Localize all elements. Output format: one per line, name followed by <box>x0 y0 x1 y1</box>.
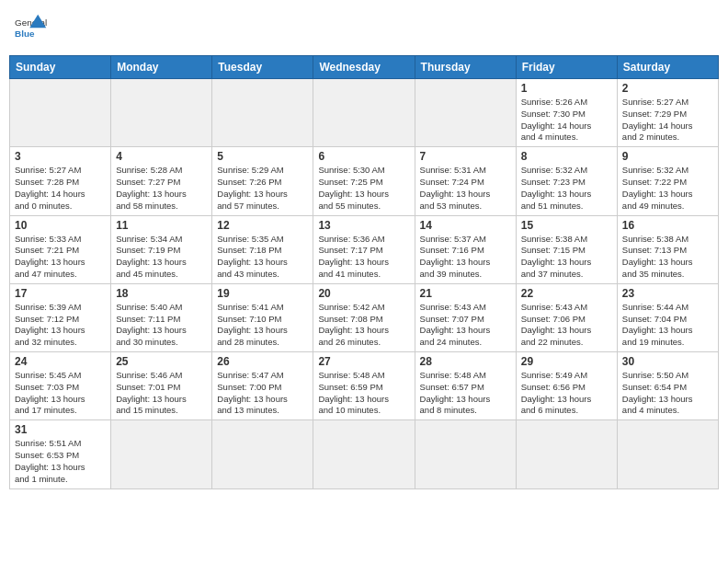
day-info: Sunrise: 5:35 AMSunset: 7:18 PMDaylight:… <box>217 234 308 281</box>
day-number: 7 <box>420 150 511 163</box>
day-number: 10 <box>15 219 106 232</box>
calendar-cell: 2Sunrise: 5:27 AMSunset: 7:29 PMDaylight… <box>617 79 718 147</box>
day-number: 29 <box>521 355 612 368</box>
day-info: Sunrise: 5:39 AMSunset: 7:12 PMDaylight:… <box>15 302 106 349</box>
day-info: Sunrise: 5:27 AMSunset: 7:29 PMDaylight:… <box>622 97 713 144</box>
day-number: 2 <box>622 82 713 95</box>
calendar-week-row: 31Sunrise: 5:51 AMSunset: 6:53 PMDayligh… <box>10 420 719 488</box>
calendar-cell: 6Sunrise: 5:30 AMSunset: 7:25 PMDaylight… <box>313 147 415 215</box>
calendar-week-row: 10Sunrise: 5:33 AMSunset: 7:21 PMDayligh… <box>10 215 719 283</box>
calendar-cell: 22Sunrise: 5:43 AMSunset: 7:06 PMDayligh… <box>516 283 617 351</box>
calendar-cell: 16Sunrise: 5:38 AMSunset: 7:13 PMDayligh… <box>617 215 718 283</box>
day-info: Sunrise: 5:31 AMSunset: 7:24 PMDaylight:… <box>420 165 511 212</box>
logo: General Blue <box>15 13 48 46</box>
calendar-cell: 12Sunrise: 5:35 AMSunset: 7:18 PMDayligh… <box>212 215 313 283</box>
calendar-cell: 26Sunrise: 5:47 AMSunset: 7:00 PMDayligh… <box>212 352 313 420</box>
day-number: 13 <box>318 219 409 232</box>
calendar-week-row: 24Sunrise: 5:45 AMSunset: 7:03 PMDayligh… <box>10 352 719 420</box>
day-info: Sunrise: 5:29 AMSunset: 7:26 PMDaylight:… <box>217 165 308 212</box>
day-info: Sunrise: 5:27 AMSunset: 7:28 PMDaylight:… <box>15 165 106 212</box>
day-info: Sunrise: 5:34 AMSunset: 7:19 PMDaylight:… <box>116 234 207 281</box>
day-number: 28 <box>420 355 511 368</box>
day-info: Sunrise: 5:38 AMSunset: 7:15 PMDaylight:… <box>521 234 612 281</box>
calendar-cell: 10Sunrise: 5:33 AMSunset: 7:21 PMDayligh… <box>10 215 111 283</box>
calendar-cell: 28Sunrise: 5:48 AMSunset: 6:57 PMDayligh… <box>415 352 516 420</box>
day-info: Sunrise: 5:49 AMSunset: 6:56 PMDaylight:… <box>521 370 612 417</box>
calendar-cell: 20Sunrise: 5:42 AMSunset: 7:08 PMDayligh… <box>313 283 415 351</box>
calendar-cell <box>212 79 313 147</box>
weekday-header: Saturday <box>617 56 718 79</box>
day-info: Sunrise: 5:47 AMSunset: 7:00 PMDaylight:… <box>217 370 308 417</box>
calendar-cell: 23Sunrise: 5:44 AMSunset: 7:04 PMDayligh… <box>617 283 718 351</box>
day-number: 26 <box>217 355 308 368</box>
day-number: 19 <box>217 287 308 300</box>
day-info: Sunrise: 5:44 AMSunset: 7:04 PMDaylight:… <box>622 302 713 349</box>
calendar-cell <box>617 420 718 488</box>
day-number: 3 <box>15 150 106 163</box>
calendar-week-row: 1Sunrise: 5:26 AMSunset: 7:30 PMDaylight… <box>10 79 719 147</box>
calendar-cell: 4Sunrise: 5:28 AMSunset: 7:27 PMDaylight… <box>111 147 212 215</box>
calendar-cell: 27Sunrise: 5:48 AMSunset: 6:59 PMDayligh… <box>313 352 415 420</box>
day-info: Sunrise: 5:30 AMSunset: 7:25 PMDaylight:… <box>318 165 409 212</box>
day-number: 25 <box>116 355 207 368</box>
day-number: 16 <box>622 219 713 232</box>
calendar-cell <box>111 79 212 147</box>
calendar-cell <box>212 420 313 488</box>
day-info: Sunrise: 5:33 AMSunset: 7:21 PMDaylight:… <box>15 234 106 281</box>
calendar-cell: 21Sunrise: 5:43 AMSunset: 7:07 PMDayligh… <box>415 283 516 351</box>
calendar-cell: 9Sunrise: 5:32 AMSunset: 7:22 PMDaylight… <box>617 147 718 215</box>
day-number: 24 <box>15 355 106 368</box>
calendar-cell: 24Sunrise: 5:45 AMSunset: 7:03 PMDayligh… <box>10 352 111 420</box>
day-info: Sunrise: 5:45 AMSunset: 7:03 PMDaylight:… <box>15 370 106 417</box>
calendar-cell: 30Sunrise: 5:50 AMSunset: 6:54 PMDayligh… <box>617 352 718 420</box>
weekday-header: Wednesday <box>313 56 415 79</box>
calendar-cell: 15Sunrise: 5:38 AMSunset: 7:15 PMDayligh… <box>516 215 617 283</box>
calendar-week-row: 3Sunrise: 5:27 AMSunset: 7:28 PMDaylight… <box>10 147 719 215</box>
day-number: 4 <box>116 150 207 163</box>
day-number: 12 <box>217 219 308 232</box>
day-info: Sunrise: 5:32 AMSunset: 7:22 PMDaylight:… <box>622 165 713 212</box>
calendar-cell <box>111 420 212 488</box>
day-info: Sunrise: 5:42 AMSunset: 7:08 PMDaylight:… <box>318 302 409 349</box>
calendar-cell: 1Sunrise: 5:26 AMSunset: 7:30 PMDaylight… <box>516 79 617 147</box>
weekday-header: Friday <box>516 56 617 79</box>
day-number: 14 <box>420 219 511 232</box>
day-info: Sunrise: 5:46 AMSunset: 7:01 PMDaylight:… <box>116 370 207 417</box>
day-info: Sunrise: 5:41 AMSunset: 7:10 PMDaylight:… <box>217 302 308 349</box>
calendar-cell <box>415 79 516 147</box>
day-info: Sunrise: 5:37 AMSunset: 7:16 PMDaylight:… <box>420 234 511 281</box>
calendar-cell: 5Sunrise: 5:29 AMSunset: 7:26 PMDaylight… <box>212 147 313 215</box>
logo-icon: General Blue <box>15 13 48 46</box>
day-info: Sunrise: 5:48 AMSunset: 6:59 PMDaylight:… <box>318 370 409 417</box>
day-info: Sunrise: 5:43 AMSunset: 7:07 PMDaylight:… <box>420 302 511 349</box>
calendar-cell: 25Sunrise: 5:46 AMSunset: 7:01 PMDayligh… <box>111 352 212 420</box>
day-info: Sunrise: 5:43 AMSunset: 7:06 PMDaylight:… <box>521 302 612 349</box>
day-info: Sunrise: 5:36 AMSunset: 7:17 PMDaylight:… <box>318 234 409 281</box>
calendar-cell <box>10 79 111 147</box>
day-info: Sunrise: 5:38 AMSunset: 7:13 PMDaylight:… <box>622 234 713 281</box>
calendar-cell: 13Sunrise: 5:36 AMSunset: 7:17 PMDayligh… <box>313 215 415 283</box>
day-number: 15 <box>521 219 612 232</box>
day-number: 1 <box>521 82 612 95</box>
day-number: 18 <box>116 287 207 300</box>
svg-text:Blue: Blue <box>15 29 35 39</box>
day-number: 30 <box>622 355 713 368</box>
calendar-cell <box>415 420 516 488</box>
calendar-cell <box>516 420 617 488</box>
day-number: 6 <box>318 150 409 163</box>
day-number: 23 <box>622 287 713 300</box>
day-info: Sunrise: 5:50 AMSunset: 6:54 PMDaylight:… <box>622 370 713 417</box>
day-number: 17 <box>15 287 106 300</box>
calendar-cell: 11Sunrise: 5:34 AMSunset: 7:19 PMDayligh… <box>111 215 212 283</box>
calendar-cell: 18Sunrise: 5:40 AMSunset: 7:11 PMDayligh… <box>111 283 212 351</box>
day-info: Sunrise: 5:26 AMSunset: 7:30 PMDaylight:… <box>521 97 612 144</box>
calendar-week-row: 17Sunrise: 5:39 AMSunset: 7:12 PMDayligh… <box>10 283 719 351</box>
calendar-cell <box>313 420 415 488</box>
weekday-header-row: SundayMondayTuesdayWednesdayThursdayFrid… <box>10 56 719 79</box>
day-number: 8 <box>521 150 612 163</box>
day-number: 20 <box>318 287 409 300</box>
calendar-cell: 31Sunrise: 5:51 AMSunset: 6:53 PMDayligh… <box>10 420 111 488</box>
day-info: Sunrise: 5:48 AMSunset: 6:57 PMDaylight:… <box>420 370 511 417</box>
calendar-cell: 3Sunrise: 5:27 AMSunset: 7:28 PMDaylight… <box>10 147 111 215</box>
weekday-header: Thursday <box>415 56 516 79</box>
